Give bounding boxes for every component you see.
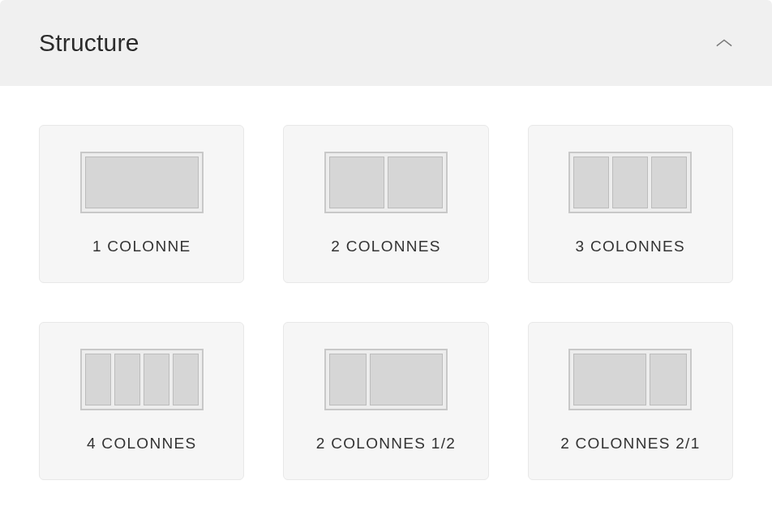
structure-grid: 1 COLONNE 2 COLONNES 3 COLONNES: [39, 125, 733, 480]
structure-option-label: 2 COLONNES 2/1: [560, 435, 700, 453]
layout-preview: [324, 349, 448, 410]
structure-option-1-colonne[interactable]: 1 COLONNE: [39, 125, 244, 283]
structure-option-2-colonnes-2-1[interactable]: 2 COLONNES 2/1: [528, 322, 733, 480]
layout-preview: [568, 152, 692, 213]
structure-option-label: 4 COLONNES: [87, 435, 196, 453]
layout-col: [651, 157, 687, 208]
layout-preview: [80, 349, 204, 410]
structure-panel-body: 1 COLONNE 2 COLONNES 3 COLONNES: [0, 86, 772, 519]
structure-option-label: 3 COLONNES: [576, 238, 685, 255]
layout-col: [114, 354, 140, 405]
layout-col: [329, 354, 367, 405]
layout-col: [370, 354, 443, 405]
layout-col: [650, 354, 687, 405]
layout-preview: [80, 152, 204, 213]
structure-option-3-colonnes[interactable]: 3 COLONNES: [528, 125, 733, 283]
layout-preview: [324, 152, 448, 213]
structure-option-label: 2 COLONNES: [331, 238, 440, 255]
layout-col: [388, 157, 443, 208]
structure-panel: Structure 1 COLONNE 2 COLONNES: [0, 0, 772, 519]
layout-col: [573, 354, 646, 405]
structure-option-label: 2 COLONNES 1/2: [316, 435, 456, 453]
structure-option-label: 1 COLONNE: [92, 238, 191, 255]
structure-option-4-colonnes[interactable]: 4 COLONNES: [39, 322, 244, 480]
layout-col: [573, 157, 609, 208]
layout-col: [144, 354, 169, 405]
layout-col: [612, 157, 648, 208]
layout-col: [85, 354, 111, 405]
structure-option-2-colonnes[interactable]: 2 COLONNES: [283, 125, 488, 283]
structure-panel-header[interactable]: Structure: [0, 0, 772, 86]
layout-col: [173, 354, 199, 405]
layout-col: [329, 157, 384, 208]
chevron-up-icon: [715, 34, 733, 52]
layout-col: [85, 157, 199, 208]
panel-title: Structure: [39, 29, 139, 57]
structure-option-2-colonnes-1-2[interactable]: 2 COLONNES 1/2: [283, 322, 488, 480]
layout-preview: [568, 349, 692, 410]
